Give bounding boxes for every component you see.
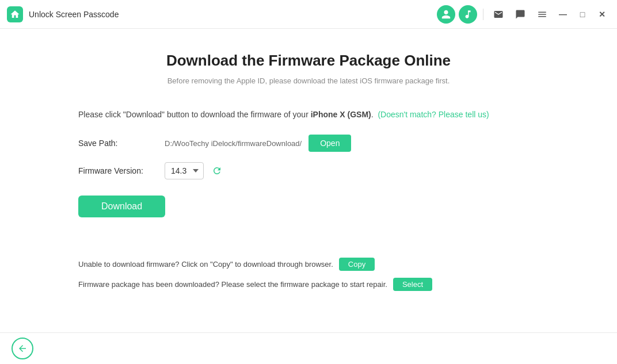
device-info-prefix: Please click "Download" button to downlo… bbox=[78, 110, 311, 119]
select-help-text: Firmware package has been downloaded? Pl… bbox=[78, 280, 387, 289]
download-button[interactable]: Download bbox=[78, 196, 165, 217]
account-icon[interactable] bbox=[437, 5, 455, 24]
save-path-row: Save Path: D:/WooTechy iDelock/firmwareD… bbox=[78, 135, 539, 152]
back-button[interactable] bbox=[12, 338, 33, 359]
titlebar: Unlock Screen Passcode — □ ✕ bbox=[0, 0, 617, 29]
main-content: Download the Firmware Package Online Bef… bbox=[0, 29, 617, 332]
switch-account-icon[interactable] bbox=[459, 5, 477, 24]
copy-help-text: Unable to download firmware? Click on "C… bbox=[78, 260, 333, 269]
back-icon bbox=[17, 343, 28, 354]
device-info-text: Please click "Download" button to downlo… bbox=[78, 108, 539, 121]
home-icon bbox=[10, 9, 20, 20]
doesnt-match-link[interactable]: (Doesn't match? Please tell us) bbox=[378, 110, 489, 119]
firmware-version-select[interactable]: 14.3 14.2 14.1 14.0 13.7 bbox=[165, 162, 204, 179]
select-help-row: Firmware package has been downloaded? Pl… bbox=[78, 278, 539, 291]
refresh-icon bbox=[212, 166, 222, 176]
save-path-label: Save Path: bbox=[78, 139, 165, 148]
chat-icon[interactable] bbox=[511, 5, 530, 24]
firmware-version-row: Firmware Version: 14.3 14.2 14.1 14.0 13… bbox=[78, 162, 539, 179]
page-subtitle: Before removing the Apple ID, please dow… bbox=[167, 76, 450, 85]
mail-icon[interactable] bbox=[489, 5, 508, 24]
page-title: Download the Firmware Package Online bbox=[166, 52, 451, 70]
save-path-value: D:/WooTechy iDelock/firmwareDownload/ bbox=[165, 139, 302, 148]
app-title: Unlock Screen Passcode bbox=[29, 10, 119, 19]
minimize-button[interactable]: — bbox=[555, 6, 571, 22]
device-info-suffix: . bbox=[371, 110, 374, 119]
separator bbox=[483, 9, 483, 20]
copy-help-row: Unable to download firmware? Click on "C… bbox=[78, 258, 539, 271]
titlebar-left: Unlock Screen Passcode bbox=[7, 6, 119, 22]
refresh-button[interactable] bbox=[210, 163, 224, 178]
content-area: Please click "Download" button to downlo… bbox=[78, 108, 539, 298]
titlebar-right: — □ ✕ bbox=[437, 5, 610, 24]
maximize-button[interactable]: □ bbox=[574, 6, 591, 22]
close-button[interactable]: ✕ bbox=[594, 6, 610, 22]
select-button[interactable]: Select bbox=[393, 278, 432, 291]
firmware-version-label: Firmware Version: bbox=[78, 166, 165, 175]
menu-icon[interactable] bbox=[533, 5, 551, 24]
app-logo bbox=[7, 6, 23, 22]
bottom-bar bbox=[0, 332, 617, 364]
device-name: iPhone X (GSM) bbox=[311, 110, 371, 119]
open-button[interactable]: Open bbox=[308, 135, 351, 152]
copy-button[interactable]: Copy bbox=[339, 258, 375, 271]
bottom-help: Unable to download firmware? Click on "C… bbox=[78, 258, 539, 291]
